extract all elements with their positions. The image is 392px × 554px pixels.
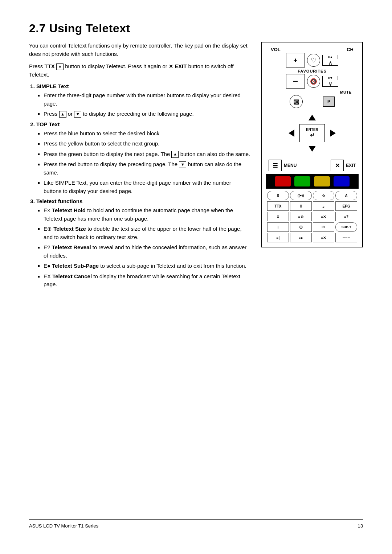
section-2-item-4: Press the red button to display the prec… bbox=[44, 160, 250, 177]
tf-hold-text: Teletext Hold to hold and to continue th… bbox=[44, 207, 233, 222]
sound-btn[interactable]: ▩ bbox=[290, 95, 303, 108]
vol-plus-ch-up-row: + ♡ ≡▲ ∧ bbox=[266, 53, 359, 67]
section-1-item-2: Press ▲ or ▼ to display the preceding or… bbox=[44, 110, 250, 118]
vol-label: VOL bbox=[271, 47, 281, 52]
sound-p-row: ▩ P bbox=[266, 95, 359, 108]
section-3-title: Teletext functions bbox=[36, 198, 82, 204]
teletext-subpage-icon: E● bbox=[44, 263, 50, 269]
text-column: You can control Teletext functions only … bbox=[29, 42, 250, 292]
mute-circle-btn[interactable]: 🔇 bbox=[307, 75, 320, 88]
e-reveal-btn[interactable]: ≡? bbox=[335, 212, 357, 221]
press-ttx-paragraph: Press TTX ≡ button to display Teletext. … bbox=[29, 62, 250, 79]
green-btn[interactable] bbox=[294, 176, 310, 186]
remote-body: VOL CH + ♡ ≡▲ ∧ FAVOURITES − 🔇 ≡▼ bbox=[261, 42, 363, 247]
pause-btn[interactable]: II bbox=[290, 201, 312, 211]
ch-label: CH bbox=[347, 47, 354, 52]
ttx-btn[interactable]: TTX bbox=[267, 201, 289, 211]
yellow-btn[interactable] bbox=[314, 176, 330, 186]
ttx-inline-label: TTX bbox=[45, 63, 55, 69]
blue-btn[interactable] bbox=[334, 176, 350, 186]
color-buttons-row bbox=[266, 174, 359, 189]
section-2-items: Press the blue button to select the desi… bbox=[36, 130, 250, 196]
i-btn[interactable]: i bbox=[267, 222, 289, 232]
ttx-button-icon: ≡ bbox=[56, 63, 64, 70]
mute-label: MUTE bbox=[266, 90, 359, 94]
footer-right: 13 bbox=[358, 523, 363, 529]
e-hold-btn[interactable]: ≡✕ bbox=[313, 212, 335, 221]
enter-label: ENTER bbox=[306, 128, 318, 132]
tf-size: E⊕ Teletext Size to double the text size… bbox=[44, 225, 250, 241]
small-buttons-grid: S ((●)) ☆ A TTX II ⌟ EPG ≡ ≡⊕ ≡✕ ≡? i ⊙ … bbox=[266, 190, 359, 243]
dpad-enter-btn[interactable]: ENTER ↵ bbox=[299, 124, 325, 142]
section-2-title: TOP Text bbox=[36, 121, 60, 127]
e-list-btn[interactable]: ≡ bbox=[267, 212, 289, 221]
menu-label: MENU bbox=[284, 163, 297, 168]
aspect-btn[interactable]: ⌟ bbox=[313, 201, 335, 211]
exit-remote-label: EXIT bbox=[346, 163, 356, 168]
radio-btn[interactable]: ((●)) bbox=[290, 191, 312, 200]
teletext-functions-list: E× Teletext Hold to hold and to continue… bbox=[36, 206, 250, 289]
dpad-left-btn[interactable] bbox=[283, 124, 299, 142]
section-1: SIMPLE Text Enter the three-digit page n… bbox=[36, 83, 250, 118]
dpad: ENTER ↵ bbox=[283, 111, 341, 155]
tf-size-text: Teletext Size to double the text size of… bbox=[44, 226, 242, 240]
tf-cancel: EX Teletext Cancel to display the broadc… bbox=[44, 272, 250, 289]
exit-btn[interactable]: ✕ bbox=[331, 160, 344, 171]
pip-btn[interactable]: I/II bbox=[313, 222, 335, 232]
page-up-icon-2: ▲ bbox=[171, 151, 179, 158]
a-btn[interactable]: A bbox=[335, 191, 357, 200]
sections-list: SIMPLE Text Enter the three-digit page n… bbox=[29, 83, 250, 289]
red-btn[interactable] bbox=[275, 176, 291, 186]
tf-subpage: E● Teletext Sub-Page to select a sub-pag… bbox=[44, 262, 250, 270]
exit-group: ✕ EXIT bbox=[331, 160, 356, 171]
heart-btn[interactable]: ♡ bbox=[307, 54, 320, 67]
p-btn[interactable]: P bbox=[323, 97, 335, 107]
remote-control: VOL CH + ♡ ≡▲ ∧ FAVOURITES − 🔇 ≡▼ bbox=[261, 42, 363, 247]
teletext-cancel-icon: EX bbox=[44, 273, 51, 279]
tf-reveal: E? Teletext Reveal to reveal and to hide… bbox=[44, 243, 250, 260]
dpad-down-btn[interactable] bbox=[299, 142, 325, 155]
ellipsis-btn[interactable]: ┈┈┈ bbox=[335, 233, 357, 242]
e-mix-btn[interactable]: ≡| bbox=[267, 233, 289, 242]
tf-reveal-text: Teletext Reveal to reveal and to hide th… bbox=[44, 244, 246, 259]
e-subpage-btn[interactable]: ≡● bbox=[290, 233, 312, 242]
teletext-reveal-icon: E? bbox=[44, 244, 50, 250]
section-1-title: SIMPLE Text bbox=[36, 83, 69, 89]
vol-plus-btn[interactable]: + bbox=[286, 53, 305, 67]
exit-inline-label: EXIT bbox=[173, 63, 187, 69]
dpad-up-btn[interactable] bbox=[299, 111, 325, 124]
favourites-label: FAVOURITES bbox=[266, 69, 359, 73]
teletext-size-icon: E⊕ bbox=[44, 226, 52, 232]
section-2-item-3: Press the green button to display the ne… bbox=[44, 150, 250, 159]
epg-btn[interactable]: EPG bbox=[335, 201, 357, 211]
star-btn[interactable]: ☆ bbox=[313, 191, 335, 200]
vol-ch-labels: VOL CH bbox=[266, 46, 359, 53]
clock-btn[interactable]: ⊙ bbox=[290, 222, 312, 232]
e-osd-btn[interactable]: ≡⊕ bbox=[290, 212, 312, 221]
menu-group: ☰ MENU bbox=[269, 160, 297, 171]
page-down-icon: ▼ bbox=[74, 111, 81, 118]
section-1-items: Enter the three-digit page number with t… bbox=[36, 91, 250, 118]
tf-subpage-text: Teletext Sub-Page to select a sub-page i… bbox=[52, 263, 246, 269]
footer: ASUS LCD TV Monitor T1 Series 13 bbox=[29, 519, 363, 529]
footer-left: ASUS LCD TV Monitor T1 Series bbox=[29, 523, 98, 529]
page-down-icon-2: ▼ bbox=[179, 161, 186, 168]
ch-up-btn[interactable]: ≡▲ ∧ bbox=[322, 55, 338, 66]
menu-btn[interactable]: ☰ bbox=[269, 160, 282, 171]
s-btn[interactable]: S bbox=[267, 191, 289, 200]
teletext-hold-icon: E× bbox=[44, 207, 50, 213]
section-2-item-1: Press the blue button to select the desi… bbox=[44, 130, 250, 138]
section-1-item-1: Enter the three-digit page number with t… bbox=[44, 91, 250, 108]
vol-minus-ch-down-row: − 🔇 ≡▼ ∨ bbox=[266, 74, 359, 89]
section-3: Teletext functions E× Teletext Hold to h… bbox=[36, 198, 250, 289]
section-2: TOP Text Press the blue button to select… bbox=[36, 121, 250, 196]
exit-cross: ✕ bbox=[169, 63, 173, 69]
section-2-item-5: Like SIMPLE Text, you can enter the thre… bbox=[44, 179, 250, 195]
menu-exit-row: ☰ MENU ✕ EXIT bbox=[266, 158, 359, 173]
e-cancel-btn[interactable]: ≡✕ bbox=[313, 233, 335, 242]
ch-down-btn[interactable]: ≡▼ ∨ bbox=[322, 76, 338, 87]
vol-minus-btn[interactable]: − bbox=[286, 74, 305, 89]
dpad-right-btn[interactable] bbox=[325, 124, 341, 142]
intro-paragraph: You can control Teletext functions only … bbox=[29, 42, 250, 58]
subt-btn[interactable]: SUB.T bbox=[335, 222, 357, 232]
